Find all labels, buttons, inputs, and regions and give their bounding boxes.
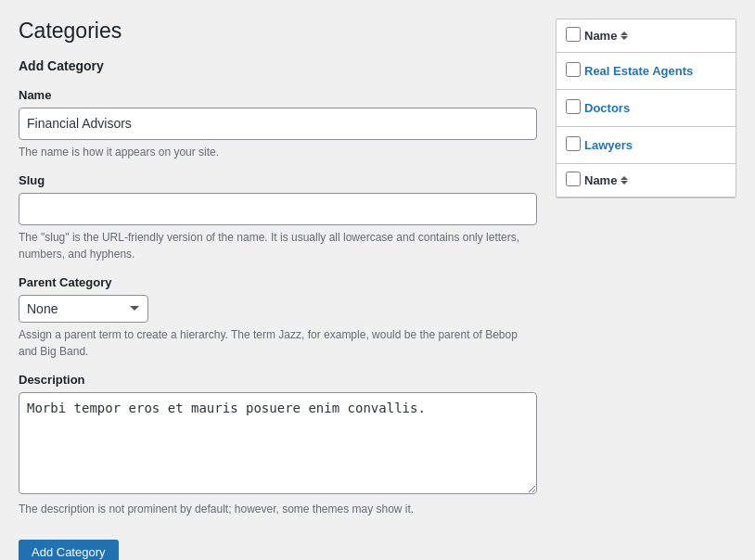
slug-input[interactable] (19, 193, 537, 225)
table-row: Doctors (557, 90, 736, 127)
category-link-lawyers[interactable]: Lawyers (584, 138, 633, 152)
right-panel: Name Real Estate Agents Doctors (556, 19, 736, 560)
description-hint: The description is not prominent by defa… (19, 501, 537, 517)
left-panel: Categories Add Category Name The name is… (19, 19, 537, 560)
description-group: Description Morbi tempor eros et mauris … (19, 373, 537, 517)
category-link-doctors[interactable]: Doctors (584, 101, 630, 115)
parent-group: Parent Category None Assign a parent ter… (19, 275, 537, 360)
row-checkbox-doctors[interactable] (566, 99, 581, 114)
row-checkbox-lawyers[interactable] (566, 136, 581, 151)
footer-checkbox-col (566, 172, 584, 189)
name-hint: The name is how it appears on your site. (19, 144, 537, 160)
table-footer-label: Name (584, 173, 628, 187)
name-group: Name The name is how it appears on your … (19, 88, 537, 160)
page-wrapper: Categories Add Category Name The name is… (0, 0, 755, 560)
description-label: Description (19, 373, 537, 387)
header-checkbox-col (566, 27, 584, 45)
category-table: Name Real Estate Agents Doctors (556, 19, 736, 198)
slug-label: Slug (19, 173, 537, 187)
table-row: Real Estate Agents (557, 53, 736, 90)
description-textarea[interactable]: Morbi tempor eros et mauris posuere enim… (19, 392, 537, 494)
table-header-label: Name (584, 29, 628, 43)
name-label: Name (19, 88, 537, 102)
section-title: Add Category (19, 58, 537, 73)
add-category-button[interactable]: Add Category (19, 540, 119, 560)
row-checkbox-real-estate-agents[interactable] (566, 62, 581, 77)
slug-group: Slug The "slug" is the URL-friendly vers… (19, 173, 537, 262)
parent-label: Parent Category (19, 275, 537, 289)
sort-icon[interactable] (621, 32, 628, 40)
slug-hint: The "slug" is the URL-friendly version o… (19, 229, 537, 262)
row-checkbox-col (566, 99, 584, 117)
name-input[interactable] (19, 108, 537, 140)
row-checkbox-col (566, 62, 584, 80)
select-all-checkbox[interactable] (566, 27, 581, 42)
row-checkbox-col (566, 136, 584, 154)
table-header-row: Name (557, 19, 736, 53)
footer-select-all-checkbox[interactable] (566, 172, 581, 186)
category-link-real-estate-agents[interactable]: Real Estate Agents (584, 64, 693, 78)
table-row: Lawyers (557, 127, 736, 164)
table-footer-row: Name (557, 164, 736, 197)
footer-sort-icon[interactable] (621, 176, 628, 185)
parent-select[interactable]: None (19, 295, 148, 323)
page-title: Categories (19, 19, 537, 44)
parent-hint: Assign a parent term to create a hierarc… (19, 326, 537, 360)
